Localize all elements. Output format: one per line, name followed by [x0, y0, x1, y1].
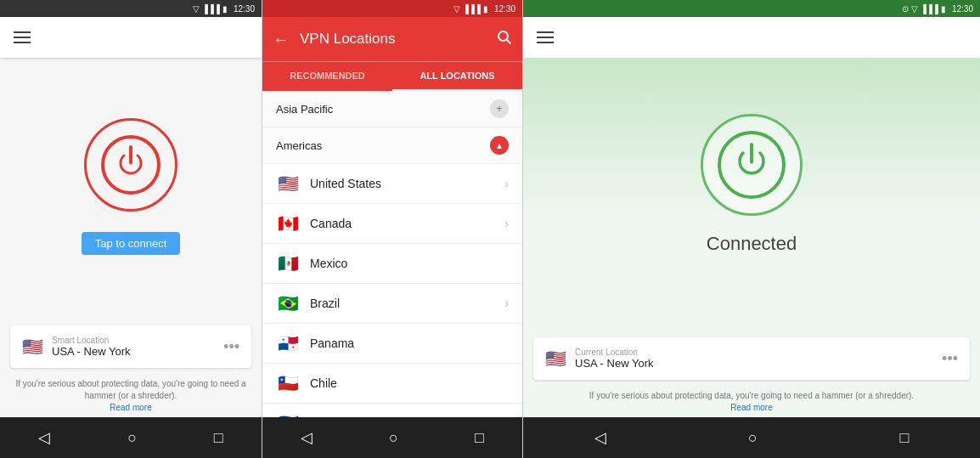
- chevron-us: ›: [504, 177, 509, 190]
- location-label-1: Smart Location: [52, 336, 223, 345]
- region-asia-pacific[interactable]: Asia Pacific +: [262, 91, 522, 127]
- signal-bars-2: ▐▐▐: [463, 4, 481, 14]
- nav-recents-2[interactable]: □: [475, 429, 484, 447]
- country-panama[interactable]: 🇵🇦 Panama: [262, 324, 522, 364]
- bottom-text-1: If you're serious about protecting data,…: [0, 378, 262, 417]
- location-info-1: Smart Location USA - New York: [52, 336, 223, 358]
- status-bar-1: ▽ ▐▐▐ ▮ 12:30: [0, 0, 262, 17]
- location-info-3: Current Location USA - New York: [575, 348, 942, 370]
- bottom-text-main-1: If you're serious about protecting data,…: [15, 379, 245, 400]
- country-united-states[interactable]: 🇺🇸 United States ›: [262, 164, 522, 204]
- nav-home-2[interactable]: ○: [389, 429, 398, 447]
- search-button-vpn[interactable]: [497, 30, 512, 49]
- flag-pa: 🇵🇦: [276, 333, 300, 353]
- battery-icon: ▮: [222, 4, 228, 14]
- time-display-2: 12:30: [494, 4, 515, 14]
- power-svg-red: [114, 148, 148, 182]
- signal-icon-2: ▽: [453, 4, 460, 14]
- country-name-pa: Panama: [310, 336, 509, 350]
- location-label-3: Current Location: [575, 348, 942, 357]
- nav-home-1[interactable]: ○: [127, 429, 137, 447]
- tabs-row: RECOMMENDED ALL LOCATIONS: [262, 61, 522, 91]
- expand-icon-asia: +: [490, 99, 509, 118]
- svg-line-1: [507, 39, 511, 43]
- hamburger-menu-1[interactable]: [14, 31, 31, 43]
- nav-bar-3: ◁ ○ □: [523, 417, 980, 458]
- main-content-3: Connected: [523, 58, 980, 327]
- panel-vpn-locations: ▽ ▐▐▐ ▮ 12:30 ← VPN Locations RECOMMENDE…: [262, 0, 523, 458]
- nav-recents-1[interactable]: □: [214, 429, 223, 447]
- region-asia-pacific-label: Asia Pacific: [276, 103, 333, 116]
- chevron-ca: ›: [504, 217, 509, 230]
- search-icon: [497, 30, 512, 45]
- tab-all-locations[interactable]: ALL LOCATIONS: [392, 62, 522, 91]
- nav-bar-2: ◁ ○ □: [262, 417, 522, 458]
- battery-icon-2: ▮: [483, 4, 488, 14]
- location-card-3[interactable]: 🇺🇸 Current Location USA - New York •••: [533, 337, 970, 380]
- more-options-3[interactable]: •••: [942, 350, 958, 368]
- panel-connected: ⊙ ▽ ▐▐▐ ▮ 12:30 Connected 🇺🇸 Current Lo: [523, 0, 980, 458]
- flag-br: 🇧🇷: [276, 293, 300, 314]
- nav-home-3[interactable]: ○: [748, 429, 758, 447]
- read-more-link-3[interactable]: Read more: [730, 403, 772, 412]
- top-bar-1: [0, 17, 262, 58]
- read-more-link-1[interactable]: Read more: [110, 403, 151, 412]
- country-name-br: Brazil: [310, 297, 504, 310]
- signal-icon: ▽: [193, 4, 200, 14]
- country-name-mx: Mexico: [310, 257, 509, 270]
- time-display-3: 12:30: [952, 4, 973, 14]
- flag-1: 🇺🇸: [22, 336, 43, 357]
- location-name-3: USA - New York: [575, 357, 942, 370]
- country-canada[interactable]: 🇨🇦 Canada ›: [262, 204, 522, 244]
- power-button-connected[interactable]: [701, 114, 803, 216]
- connected-label: Connected: [707, 233, 797, 255]
- signal-bars: ▐▐▐: [202, 4, 220, 14]
- location-name-1: USA - New York: [52, 345, 223, 358]
- nav-recents-3[interactable]: □: [899, 429, 909, 447]
- power-icon-green: [718, 131, 786, 199]
- vpn-header: ← VPN Locations: [262, 17, 522, 61]
- status-bar-3: ⊙ ▽ ▐▐▐ ▮ 12:30: [523, 0, 980, 17]
- power-svg-green: [730, 144, 773, 186]
- back-button-vpn[interactable]: ←: [273, 30, 290, 49]
- flag-us: 🇺🇸: [276, 173, 300, 194]
- hamburger-menu-3[interactable]: [537, 31, 554, 43]
- tab-recommended[interactable]: RECOMMENDED: [262, 62, 392, 91]
- flag-cl: 🇨🇱: [276, 373, 300, 393]
- chevron-br: ›: [504, 297, 509, 310]
- vpn-indicator: ⊙: [902, 4, 909, 14]
- region-americas[interactable]: Americas ▴: [262, 127, 522, 164]
- nav-back-1[interactable]: ◁: [38, 428, 50, 447]
- battery-icon-3: ▮: [941, 4, 946, 14]
- top-bar-3: [523, 17, 980, 58]
- power-button-disconnected[interactable]: [84, 118, 177, 212]
- nav-back-2[interactable]: ◁: [301, 428, 313, 447]
- signal-bars-3: ▐▐▐: [921, 4, 938, 14]
- main-content-1: Tap to connect: [0, 58, 262, 315]
- country-mexico[interactable]: 🇲🇽 Mexico: [262, 244, 522, 284]
- country-name-us: United States: [310, 177, 504, 190]
- locations-list: Asia Pacific + Americas ▴ 🇺🇸 United Stat…: [262, 91, 522, 417]
- status-bar-2: ▽ ▐▐▐ ▮ 12:30: [262, 0, 522, 17]
- flag-3: 🇺🇸: [545, 348, 566, 369]
- flag-mx: 🇲🇽: [276, 253, 300, 274]
- country-name-cl: Chile: [310, 376, 509, 390]
- expand-icon-americas: ▴: [490, 136, 509, 155]
- vpn-title: VPN Locations: [300, 31, 487, 48]
- time-display-1: 12:30: [234, 4, 255, 14]
- more-options-1[interactable]: •••: [223, 338, 239, 356]
- region-americas-label: Americas: [276, 139, 322, 152]
- signal-icon-3: ▽: [911, 4, 918, 14]
- nav-bar-1: ◁ ○ □: [0, 417, 262, 458]
- country-name-ca: Canada: [310, 217, 504, 230]
- flag-ca: 🇨🇦: [276, 213, 300, 234]
- bottom-text-main-3: If you're serious about protecting data,…: [589, 391, 914, 400]
- panel-disconnected: ▽ ▐▐▐ ▮ 12:30 Tap to connect 🇺🇸 Smart Lo…: [0, 0, 262, 458]
- location-card-1[interactable]: 🇺🇸 Smart Location USA - New York •••: [10, 325, 251, 368]
- nav-back-3[interactable]: ◁: [594, 428, 606, 447]
- tap-to-connect-button[interactable]: Tap to connect: [82, 232, 181, 255]
- country-costa-rica[interactable]: 🇨🇷 Costa Rica: [262, 404, 522, 417]
- country-brazil[interactable]: 🇧🇷 Brazil ›: [262, 284, 522, 324]
- power-icon-red: [101, 135, 161, 195]
- country-chile[interactable]: 🇨🇱 Chile: [262, 364, 522, 404]
